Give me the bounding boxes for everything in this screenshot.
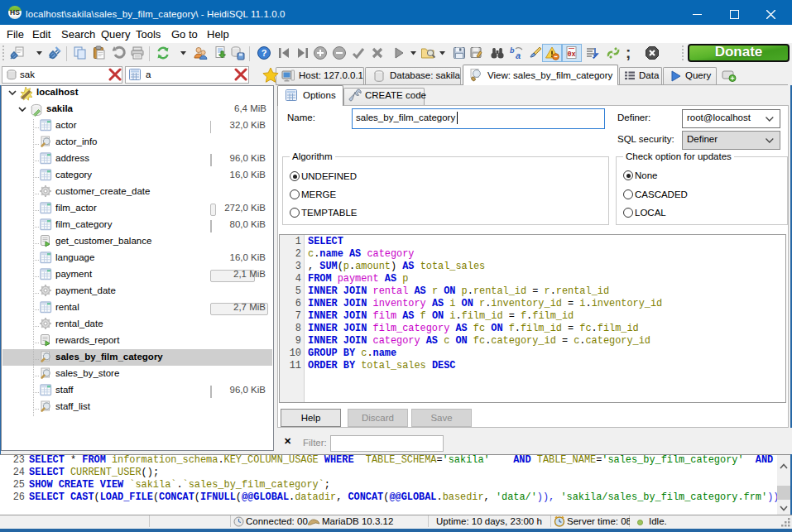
svg-text:?: ? xyxy=(262,48,267,58)
svg-text:a: a xyxy=(516,50,521,60)
svg-text:b: b xyxy=(510,46,515,55)
svg-text:0x: 0x xyxy=(567,50,575,59)
